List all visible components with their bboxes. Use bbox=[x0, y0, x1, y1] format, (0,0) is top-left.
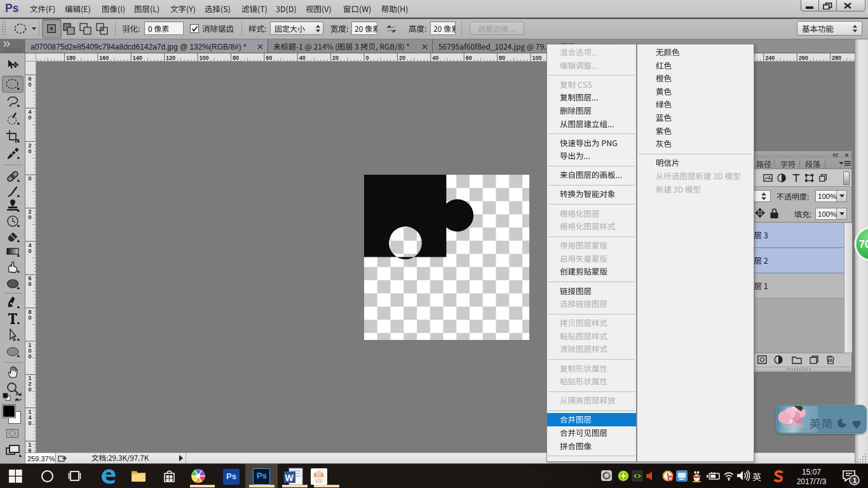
svg-text:1: 1 bbox=[853, 477, 857, 484]
svg-text:W: W bbox=[285, 473, 294, 483]
svg-text:70: 70 bbox=[859, 239, 868, 250]
